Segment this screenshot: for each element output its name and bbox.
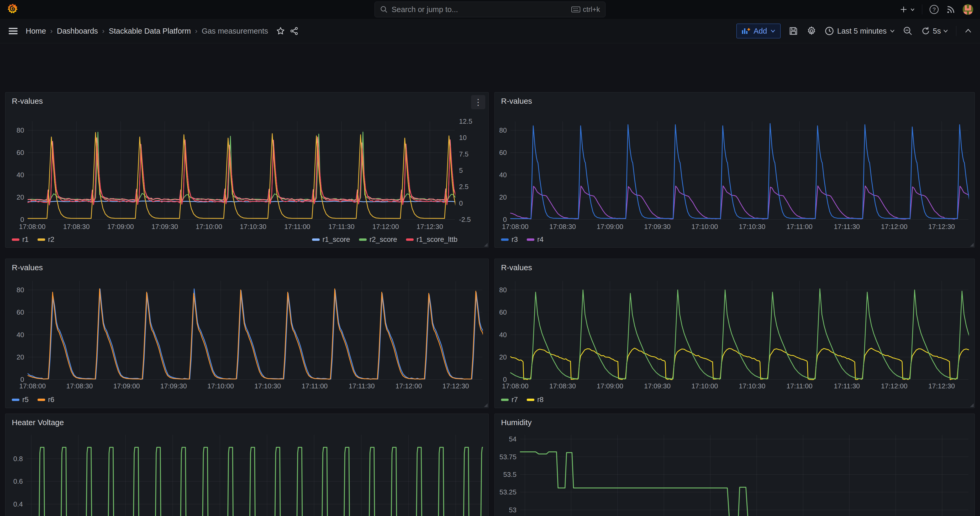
legend-label: r2_score	[369, 236, 397, 244]
svg-text:17:10:30: 17:10:30	[240, 223, 266, 231]
share-button[interactable]	[290, 26, 299, 36]
legend-item-r7[interactable]: r7	[501, 396, 518, 404]
add-panel-button[interactable]: Add	[737, 24, 781, 38]
legend-item-r2_score[interactable]: r2_score	[359, 236, 397, 244]
svg-text:17:11:00: 17:11:00	[787, 223, 813, 231]
dashboard-settings-button[interactable]	[806, 26, 817, 36]
gear-icon	[806, 26, 817, 36]
svg-text:17:09:00: 17:09:00	[107, 223, 134, 231]
chart-canvas[interactable]: 17:08:0017:08:3017:09:0017:09:3017:10:00…	[5, 92, 489, 248]
svg-text:17:11:30: 17:11:30	[834, 223, 860, 231]
svg-text:17:11:30: 17:11:30	[834, 382, 860, 390]
svg-text:60: 60	[16, 149, 24, 156]
svg-text:17:10:00: 17:10:00	[692, 223, 718, 231]
save-dashboard-button[interactable]	[788, 26, 799, 36]
chart-canvas[interactable]: 17:08:0017:08:3017:09:0017:09:3017:10:00…	[5, 259, 489, 408]
svg-text:17:12:00: 17:12:00	[396, 382, 422, 390]
svg-text:80: 80	[16, 286, 24, 294]
legend-label: r6	[48, 396, 54, 404]
svg-text:0.6: 0.6	[13, 478, 23, 485]
hamburger-icon	[8, 27, 18, 35]
svg-text:0: 0	[459, 199, 463, 207]
svg-text:17:10:00: 17:10:00	[207, 382, 234, 390]
legend-item-r3[interactable]: r3	[501, 236, 518, 244]
news-button[interactable]	[946, 5, 956, 14]
svg-text:17:12:00: 17:12:00	[881, 223, 908, 231]
svg-text:5: 5	[459, 167, 463, 174]
new-button[interactable]	[900, 5, 915, 13]
svg-text:17:10:00: 17:10:00	[692, 382, 718, 390]
grafana-logo[interactable]	[7, 3, 19, 16]
panel-humidity: Humidity17:08:0017:08:3017:09:0017:09:30…	[495, 414, 975, 516]
svg-text:17:08:30: 17:08:30	[63, 223, 90, 231]
series-r5	[28, 289, 489, 379]
legend-item-r2[interactable]: r2	[38, 236, 54, 244]
legend-label: r5	[22, 396, 29, 404]
svg-text:20: 20	[16, 353, 24, 361]
search-placeholder: Search or jump to...	[391, 5, 568, 14]
breadcrumb-folder[interactable]: Stackable Data Platform	[109, 27, 191, 35]
svg-text:17:11:00: 17:11:00	[302, 382, 328, 390]
legend-swatch	[501, 399, 509, 401]
legend-label: r1_score_lttb	[417, 236, 457, 244]
refresh-icon	[921, 26, 931, 36]
chart-canvas[interactable]: 17:08:0017:08:3017:09:0017:09:3017:10:00…	[495, 92, 975, 248]
svg-text:-2.5: -2.5	[459, 216, 471, 223]
legend-item-r4[interactable]: r4	[527, 236, 544, 244]
chart-canvas[interactable]: 17:08:0017:08:3017:09:0017:09:3017:10:00…	[495, 259, 975, 408]
svg-text:40: 40	[499, 331, 507, 339]
legend-item-r8[interactable]: r8	[527, 396, 544, 404]
svg-text:80: 80	[499, 286, 507, 294]
breadcrumb-home[interactable]: Home	[26, 27, 46, 35]
legend-label: r4	[537, 236, 544, 244]
svg-text:0.8: 0.8	[13, 455, 23, 463]
series-r7	[511, 289, 975, 379]
user-avatar[interactable]	[963, 4, 973, 15]
svg-text:40: 40	[499, 171, 507, 179]
help-button[interactable]: ?	[929, 5, 939, 14]
svg-text:54: 54	[509, 435, 517, 443]
panel-r-values: R-values17:08:0017:08:3017:09:0017:09:30…	[495, 92, 975, 248]
chart-canvas[interactable]: 17:08:0017:08:3017:09:0017:09:3017:10:00…	[495, 414, 975, 516]
rss-icon	[946, 5, 956, 14]
svg-text:40: 40	[16, 171, 24, 179]
legend-item-r5[interactable]: r5	[12, 396, 29, 404]
svg-text:17:08:00: 17:08:00	[502, 223, 528, 231]
svg-text:20: 20	[16, 193, 24, 201]
panel-r-values: R-values⋮17:08:0017:08:3017:09:0017:09:3…	[5, 92, 489, 248]
svg-text:53.25: 53.25	[500, 488, 517, 496]
legend-swatch	[12, 239, 19, 241]
svg-text:?: ?	[932, 6, 935, 13]
mega-menu-button[interactable]	[8, 27, 18, 35]
top-nav-bar: Search or jump to... ctrl+k ?	[0, 0, 980, 19]
legend-item-r1[interactable]: r1	[12, 236, 29, 244]
legend-label: r1_score	[323, 236, 350, 244]
legend-swatch	[527, 239, 535, 241]
legend-item-r6[interactable]: r6	[38, 396, 54, 404]
panel-r-values: R-values17:08:0017:08:3017:09:0017:09:30…	[495, 259, 975, 408]
search-input[interactable]: Search or jump to... ctrl+k	[374, 2, 606, 18]
svg-text:17:11:30: 17:11:30	[328, 223, 354, 231]
svg-text:40: 40	[16, 331, 24, 339]
dashboard-toolbar: Home › Dashboards › Stackable Data Platf…	[0, 19, 980, 43]
legend-item-r1_score_lttb[interactable]: r1_score_lttb	[406, 236, 457, 244]
panel-legend: r7r8	[501, 396, 968, 404]
svg-text:17:12:00: 17:12:00	[372, 223, 399, 231]
chart-canvas[interactable]: 17:08:0017:08:3017:09:0017:09:3017:10:00…	[5, 414, 489, 516]
svg-text:17:12:30: 17:12:30	[417, 223, 443, 231]
legend-label: r7	[512, 396, 518, 404]
chevron-down-icon	[943, 29, 948, 33]
svg-text:80: 80	[16, 126, 24, 134]
breadcrumb-dashboards[interactable]: Dashboards	[57, 27, 98, 35]
refresh-button[interactable]: 5s	[921, 26, 948, 36]
svg-text:20: 20	[499, 353, 507, 361]
legend-label: r3	[512, 236, 518, 244]
time-range-picker[interactable]: Last 5 minutes	[825, 26, 895, 36]
favorite-button[interactable]	[276, 26, 285, 36]
zoom-out-button[interactable]	[903, 26, 913, 36]
collapse-toolbar-button[interactable]	[964, 28, 972, 34]
svg-text:60: 60	[499, 149, 507, 156]
save-icon	[788, 26, 799, 36]
panel-legend: r5r6	[12, 396, 482, 404]
legend-item-r1_score[interactable]: r1_score	[312, 236, 350, 244]
